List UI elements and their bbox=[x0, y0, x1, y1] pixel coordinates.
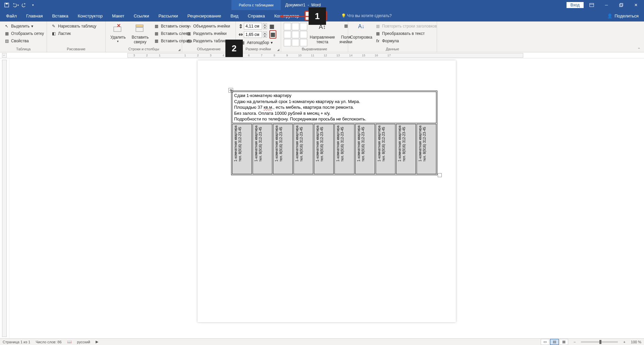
zoom-level[interactable]: 100 % bbox=[631, 340, 641, 344]
autofit-button[interactable]: ▦Автоподбор ▾ bbox=[238, 39, 276, 46]
align-bc[interactable] bbox=[292, 39, 299, 46]
tab-home[interactable]: Главная bbox=[21, 10, 47, 21]
tear-cell[interactable]: 1-комнатная квартирател. 8(916) 312-23-4… bbox=[293, 124, 313, 174]
tab-design[interactable]: Конструктор bbox=[73, 10, 107, 21]
insert-above-button[interactable]: Вставить сверху bbox=[130, 23, 151, 45]
text-direction-button[interactable]: A↕Направление текста bbox=[309, 23, 335, 45]
row-height-input[interactable] bbox=[244, 23, 262, 30]
tear-cell[interactable]: 1-комнатная квартирател. 8(916) 312-23-4… bbox=[273, 124, 293, 174]
status-spell-icon[interactable]: 📖 bbox=[67, 340, 72, 344]
group-label-cell-size: Размер ячейки◢ bbox=[238, 46, 278, 52]
row-height-spinner[interactable]: ⇕▴▾▦ bbox=[238, 23, 276, 30]
tear-cell[interactable]: 1-комнатная квартирател. 8(916) 312-23-4… bbox=[417, 124, 436, 174]
redo-icon[interactable] bbox=[21, 2, 28, 8]
status-macro-icon[interactable]: ▶ bbox=[96, 340, 98, 344]
align-tl[interactable] bbox=[284, 23, 291, 30]
ad-line3: Площадью 37 кв.м., есть мебель, квартира… bbox=[234, 104, 434, 110]
formula-icon: fx bbox=[375, 38, 380, 44]
svg-rect-2 bbox=[590, 3, 594, 7]
view-web-layout[interactable]: ▦ bbox=[559, 339, 568, 345]
align-tc[interactable] bbox=[292, 23, 299, 30]
login-button[interactable]: Вход bbox=[567, 2, 584, 8]
save-icon[interactable] bbox=[3, 2, 10, 8]
delete-button[interactable]: Удалить▾ bbox=[108, 23, 128, 44]
view-gridlines-button[interactable]: ▦Отобразить сетку bbox=[3, 30, 45, 37]
page-scroll-area[interactable]: ✥ Сдам 1-комнатную квартиру Сдаю на длит… bbox=[9, 58, 644, 338]
document-area: ✥ Сдам 1-комнатную квартиру Сдаю на длит… bbox=[0, 58, 644, 338]
qat-customize-icon[interactable]: ▾ bbox=[30, 2, 36, 8]
maximize-button[interactable] bbox=[614, 0, 628, 10]
align-bl[interactable] bbox=[284, 39, 291, 46]
tab-references[interactable]: Ссылки bbox=[129, 10, 154, 21]
split-table-button[interactable]: ▤Разделить таблицу bbox=[185, 38, 231, 44]
tab-file[interactable]: Файл bbox=[1, 10, 21, 21]
eraser-button[interactable]: ◧Ластик bbox=[50, 30, 98, 37]
tear-cell[interactable]: 1-комнатная квартирател. 8(916) 312-23-4… bbox=[355, 124, 375, 174]
draw-table-button[interactable]: ✎Нарисовать таблицу bbox=[50, 23, 98, 30]
align-ml[interactable] bbox=[284, 31, 291, 38]
dialog-launcher-icon[interactable]: ◢ bbox=[178, 48, 180, 51]
align-br[interactable] bbox=[300, 39, 307, 46]
tab-selector[interactable]: ⌐ bbox=[2, 53, 7, 58]
sort-button[interactable]: A↓Сортировка bbox=[351, 23, 372, 40]
select-button[interactable]: ↖Выделить ▾ bbox=[3, 23, 45, 30]
repeat-header-button[interactable]: ▦Повторить строки заголовков bbox=[374, 23, 438, 30]
group-alignment: A↕Направление текста ▦Поля ячейки Выравн… bbox=[281, 21, 348, 52]
group-label-table: Таблица bbox=[3, 46, 44, 52]
tab-layout[interactable]: Макет bbox=[107, 10, 129, 21]
distribute-cols-icon[interactable]: ▦ bbox=[269, 30, 276, 39]
convert-to-text-button[interactable]: ▦Преобразовать в текст bbox=[374, 30, 438, 37]
tear-cell[interactable]: 1-комнатная квартирател. 8(916) 312-23-4… bbox=[334, 124, 354, 174]
collapse-ribbon-icon[interactable]: ⌃ bbox=[637, 47, 641, 52]
tear-cell[interactable]: 1-комнатная квартирател. 8(916) 312-23-4… bbox=[314, 124, 334, 174]
tear-cell[interactable]: 1-комнатная квартирател. 8(916) 312-23-4… bbox=[253, 124, 272, 174]
tab-mailings[interactable]: Рассылки bbox=[154, 10, 182, 21]
align-mr[interactable] bbox=[300, 31, 307, 38]
view-print-layout[interactable]: ▤ bbox=[550, 339, 559, 345]
distribute-rows-icon[interactable]: ▦ bbox=[269, 23, 274, 30]
svg-rect-5 bbox=[620, 3, 623, 6]
tear-cell[interactable]: 1-комнатная квартирател. 8(916) 312-23-4… bbox=[232, 124, 252, 174]
ad-line4: Без залога. Оплата 10000 рублей в месяц … bbox=[234, 110, 434, 116]
insert-below-icon: ▦ bbox=[154, 23, 159, 29]
formula-button[interactable]: fxФормула bbox=[374, 38, 438, 44]
table-header-cell[interactable]: Сдам 1-комнатную квартиру Сдаю на длител… bbox=[232, 92, 436, 123]
zoom-slider[interactable] bbox=[581, 341, 618, 343]
col-width-spinner[interactable]: ⇔▴▾▦ bbox=[238, 30, 276, 39]
table-resize-handle[interactable] bbox=[438, 173, 442, 177]
zoom-in-button[interactable]: + bbox=[623, 340, 625, 344]
minimize-button[interactable]: ─ bbox=[600, 0, 613, 10]
document-table[interactable]: Сдам 1-комнатную квартиру Сдаю на длител… bbox=[231, 91, 437, 175]
vertical-ruler[interactable] bbox=[0, 58, 9, 338]
tab-view[interactable]: Вид bbox=[226, 10, 243, 21]
share-button[interactable]: 👤Поделиться bbox=[602, 10, 644, 21]
repeat-header-icon: ▦ bbox=[375, 23, 380, 29]
status-page[interactable]: Страница 1 из 1 bbox=[3, 340, 30, 344]
dialog-launcher-icon[interactable]: ◢ bbox=[277, 48, 279, 51]
align-tr[interactable] bbox=[300, 23, 307, 30]
delete-icon bbox=[113, 23, 123, 34]
tab-review[interactable]: Рецензирование bbox=[183, 10, 226, 21]
view-read-mode[interactable]: ▭ bbox=[541, 339, 549, 345]
close-button[interactable]: ✕ bbox=[629, 0, 643, 10]
split-cells-button[interactable]: ▥Разделить ячейки bbox=[185, 30, 231, 37]
tell-me-search[interactable]: 💡 Что вы хотите сделать? bbox=[328, 10, 602, 21]
horizontal-ruler[interactable]: 3211234567891011121314151617 bbox=[127, 53, 523, 58]
status-lang[interactable]: русский bbox=[77, 340, 90, 344]
split-table-icon: ▤ bbox=[186, 38, 192, 44]
properties-button[interactable]: ▤Свойства bbox=[3, 38, 45, 44]
sort-icon: A↓ bbox=[356, 23, 367, 34]
tear-cell[interactable]: 1-комнатная квартирател. 8(916) 312-23-4… bbox=[376, 124, 395, 174]
title-right: Вход ─ ✕ bbox=[567, 0, 644, 10]
tear-cell[interactable]: 1-комнатная квартирател. 8(916) 312-23-4… bbox=[396, 124, 416, 174]
tab-insert[interactable]: Вставка bbox=[47, 10, 73, 21]
zoom-out-button[interactable]: − bbox=[574, 340, 576, 344]
group-label-align: Выравнивание bbox=[284, 46, 345, 52]
align-mc[interactable] bbox=[292, 31, 299, 38]
undo-icon[interactable]: ▾ bbox=[12, 2, 19, 8]
status-words[interactable]: Число слов: 86 bbox=[36, 340, 61, 344]
merge-cells-button[interactable]: ▭Объединить ячейки bbox=[185, 23, 231, 30]
tab-help[interactable]: Справка bbox=[243, 10, 270, 21]
col-width-input[interactable] bbox=[244, 31, 262, 38]
ribbon-display-icon[interactable] bbox=[585, 0, 598, 10]
